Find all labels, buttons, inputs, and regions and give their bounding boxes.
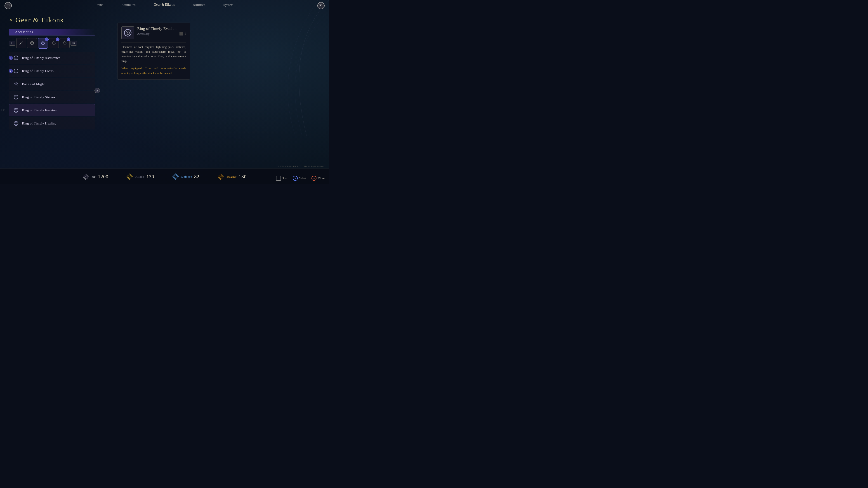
close-label: Close	[318, 176, 324, 180]
sort-label: Sort	[282, 176, 287, 180]
svg-line-0	[20, 41, 23, 45]
list-item[interactable]: Badge of Might	[9, 78, 95, 90]
r2-button[interactable]: R2	[317, 2, 324, 9]
nav-item-gear-eikons[interactable]: Gear & Eikons	[154, 3, 175, 8]
item-icon-badge	[12, 80, 20, 88]
item-name: Badge of Might	[22, 82, 45, 86]
svg-point-9	[14, 95, 18, 99]
list-item[interactable]: 3 Ring of Timely Assistance	[9, 52, 95, 64]
defense-label: Defense	[181, 175, 192, 178]
stagger-label: Stagger	[226, 175, 237, 178]
category-label: Accessories	[15, 30, 33, 34]
item-name: Ring of Timely Assistance	[22, 56, 60, 60]
equip-tab-accessory-2[interactable]: 2	[49, 38, 59, 48]
nav-items: Items Attributes Gear & Eikons Abilities…	[96, 3, 234, 8]
svg-point-8	[15, 70, 17, 72]
svg-line-1	[20, 44, 20, 45]
hp-icon: ♥	[83, 173, 89, 180]
attack-label: Attack	[135, 175, 144, 178]
stagger-icon: ◈	[217, 173, 224, 180]
svg-point-11	[14, 108, 18, 112]
item-count-badge: 2	[9, 69, 13, 73]
nav-item-abilities[interactable]: Abilities	[193, 3, 205, 8]
item-name: Ring of Timely Healing	[22, 122, 57, 125]
list-item-selected[interactable]: ☞ Ring of Timely Evasion	[9, 104, 95, 116]
defense-icon: 🛡	[172, 173, 179, 180]
stat-defense: 🛡 Defense 82	[172, 173, 199, 180]
svg-point-3	[31, 41, 34, 45]
copyright-text: © 2023 SQUARE ENIX CO., LTD. All Rights …	[278, 165, 324, 167]
attack-value: 130	[147, 174, 154, 180]
stat-hp: ♥ HP 1200	[83, 173, 108, 180]
equip-tab-ring[interactable]	[27, 38, 37, 48]
svg-point-10	[15, 96, 17, 98]
stat-stagger: ◈ Stagger 130	[217, 173, 247, 180]
svg-point-13	[14, 121, 18, 125]
r1-tab-button[interactable]: R1	[70, 41, 77, 46]
cursor-pointer-icon: ☞	[1, 107, 6, 113]
stat-attack: ⚔ Attack 130	[126, 173, 154, 180]
nav-item-attributes[interactable]: Attributes	[121, 3, 135, 8]
item-icon-ring	[12, 54, 20, 61]
hp-value: 1200	[98, 174, 108, 180]
item-name: Ring of Timely Strikes	[22, 95, 55, 99]
svg-point-14	[15, 122, 17, 125]
svg-point-7	[14, 69, 18, 73]
tab-badge-1: 1	[45, 37, 49, 41]
select-button-icon: ✕	[293, 176, 298, 181]
equipment-tabs: L1 1	[9, 38, 95, 48]
svg-point-12	[15, 109, 17, 111]
nav-item-system[interactable]: System	[223, 3, 234, 8]
svg-point-5	[14, 56, 18, 60]
bottom-actions: □ Sort ✕ Select ○ Close	[276, 176, 324, 181]
scroll-indicator[interactable]: R	[94, 88, 100, 93]
item-icon-ring	[12, 94, 20, 101]
item-name: Ring of Timely Evasion	[22, 108, 57, 112]
sort-button-icon: □	[276, 176, 281, 181]
equip-tab-sword[interactable]	[16, 38, 26, 48]
attack-icon: ⚔	[126, 173, 133, 180]
stagger-value: 130	[239, 174, 246, 180]
defense-value: 82	[194, 174, 199, 180]
hp-label: HP	[92, 175, 96, 178]
page-title-area: ⟡ Gear & Eikons	[9, 16, 320, 24]
item-count-badge: 3	[9, 56, 13, 60]
item-icon-ring	[12, 67, 20, 74]
top-navigation: L2 Items Attributes Gear & Eikons Abilit…	[0, 0, 329, 11]
list-item[interactable]: Ring of Timely Strikes	[9, 91, 95, 103]
svg-point-4	[31, 42, 33, 44]
tab-badge-3: 3	[67, 37, 70, 41]
page-title: Gear & Eikons	[16, 16, 64, 24]
tab-badge-2: 2	[56, 37, 59, 41]
close-action[interactable]: ○ Close	[311, 176, 324, 181]
category-header[interactable]: › Accessories	[9, 29, 95, 35]
page-title-icon: ⟡	[9, 17, 13, 23]
select-action[interactable]: ✕ Select	[293, 176, 306, 181]
l1-tab-button[interactable]: L1	[9, 41, 16, 46]
list-item[interactable]: Ring of Timely Healing	[9, 117, 95, 129]
category-arrow-icon: ›	[12, 31, 13, 34]
list-item[interactable]: 2 Ring of Timely Focus	[9, 65, 95, 77]
equip-tab-accessory-1[interactable]: 1	[38, 38, 48, 48]
equip-tab-accessory-3[interactable]: 3	[60, 38, 70, 48]
item-name: Ring of Timely Focus	[22, 69, 54, 73]
item-icon-ring	[12, 107, 20, 114]
l2-button[interactable]: L2	[4, 2, 12, 9]
main-content: ⟡ Gear & Eikons › Accessories L1	[0, 11, 329, 134]
item-list: R 3 Ring of Timely Assistance 2 Ring of …	[9, 52, 95, 129]
item-icon-ring	[12, 120, 20, 127]
nav-item-items[interactable]: Items	[96, 3, 103, 8]
sort-action[interactable]: □ Sort	[276, 176, 287, 181]
select-label: Select	[299, 176, 306, 180]
svg-point-6	[15, 57, 17, 59]
close-button-icon: ○	[311, 176, 316, 181]
